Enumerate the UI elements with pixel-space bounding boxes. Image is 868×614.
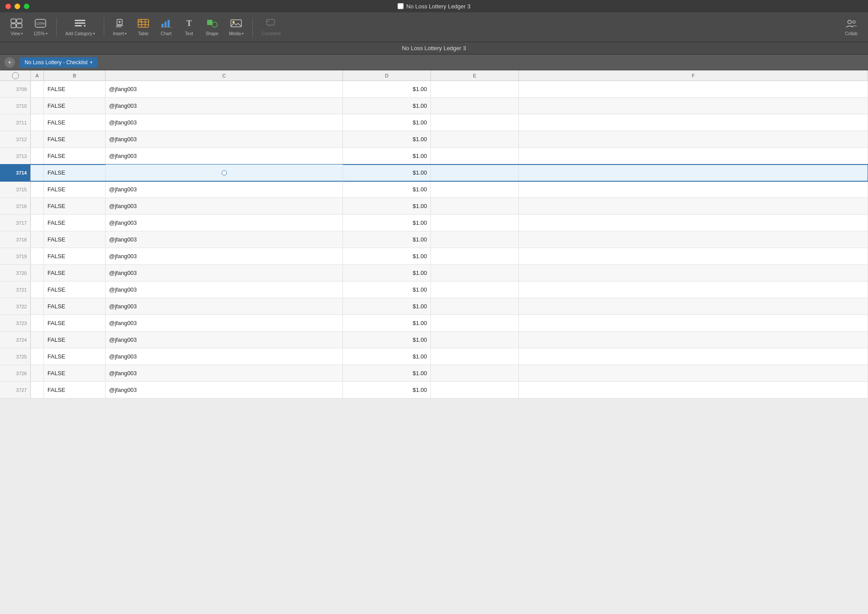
cell-d[interactable]: $1.00 bbox=[343, 114, 431, 131]
sheet-tab-checklist[interactable]: No Loss Lottery - Checklist ▾ bbox=[19, 57, 98, 68]
cell-b[interactable]: FALSE bbox=[44, 81, 106, 97]
cell-d[interactable]: $1.00 bbox=[343, 215, 431, 231]
cell-b[interactable]: FALSE bbox=[44, 98, 106, 114]
cell-d[interactable]: $1.00 bbox=[343, 81, 431, 97]
minimize-button[interactable] bbox=[15, 4, 20, 9]
cell-d[interactable]: $1.00 bbox=[343, 298, 431, 314]
cell-c[interactable]: @jfang003 bbox=[106, 265, 343, 281]
cell-d[interactable]: $1.00 bbox=[343, 164, 431, 181]
add-category-button[interactable]: ▾ Add Category ▾ bbox=[62, 17, 98, 38]
table-row[interactable]: 3727FALSE@jfang003$1.00 bbox=[0, 382, 868, 398]
cell-c[interactable]: @jfang003 bbox=[106, 215, 343, 231]
fullscreen-button[interactable] bbox=[24, 4, 29, 9]
cell-c[interactable]: @jfang003 bbox=[106, 81, 343, 97]
media-button[interactable]: Media ▾ bbox=[226, 17, 247, 38]
cell-c[interactable]: @jfang003 bbox=[106, 248, 343, 264]
add-sheet-button[interactable]: + bbox=[4, 57, 15, 68]
cell-d[interactable]: $1.00 bbox=[343, 198, 431, 214]
cell-b[interactable]: FALSE bbox=[44, 198, 106, 214]
cell-d[interactable]: $1.00 bbox=[343, 131, 431, 147]
cell-c[interactable]: @jfang003 bbox=[106, 298, 343, 314]
cell-b[interactable]: FALSE bbox=[44, 248, 106, 264]
cell-c[interactable]: @jfang003 bbox=[106, 131, 343, 147]
cell-f bbox=[519, 98, 868, 114]
cell-d[interactable]: $1.00 bbox=[343, 348, 431, 365]
collab-button[interactable]: Collab bbox=[842, 17, 861, 38]
cell-d[interactable]: $1.00 bbox=[343, 98, 431, 114]
cell-b[interactable]: FALSE bbox=[44, 382, 106, 398]
cell-c[interactable]: @jfang003 bbox=[106, 365, 343, 381]
cell-d[interactable]: $1.00 bbox=[343, 382, 431, 398]
cell-b[interactable]: FALSE bbox=[44, 215, 106, 231]
cell-b[interactable]: FALSE bbox=[44, 114, 106, 131]
cell-b[interactable]: FALSE bbox=[44, 348, 106, 365]
chart-button[interactable]: Chart bbox=[157, 17, 176, 38]
cell-b[interactable]: FALSE bbox=[44, 332, 106, 348]
cell-c[interactable]: @jfang003 bbox=[106, 281, 343, 298]
table-row[interactable]: 3726FALSE@jfang003$1.00 bbox=[0, 365, 868, 382]
table-row[interactable]: 3713FALSE@jfang003$1.00 bbox=[0, 148, 868, 164]
table-row[interactable]: 3710FALSE@jfang003$1.00 bbox=[0, 98, 868, 114]
cell-b[interactable]: FALSE bbox=[44, 265, 106, 281]
table-row[interactable]: 3715FALSE@jfang003$1.00 bbox=[0, 181, 868, 198]
cell-c[interactable]: @jfang003 bbox=[106, 181, 343, 197]
zoom-button[interactable]: 125% 125% ▾ bbox=[30, 17, 51, 38]
cell-a bbox=[31, 164, 44, 181]
cell-c[interactable]: @jfang003 bbox=[106, 348, 343, 365]
table-row[interactable]: 3718FALSE@jfang003$1.00 bbox=[0, 231, 868, 248]
row-number: 3719 bbox=[0, 248, 31, 264]
cell-d[interactable]: $1.00 bbox=[343, 231, 431, 248]
cell-c[interactable]: @jfang003 bbox=[106, 382, 343, 398]
select-all-button[interactable] bbox=[12, 72, 19, 79]
cell-c[interactable]: @jfang003 bbox=[106, 332, 343, 348]
collab-icon bbox=[845, 18, 857, 30]
cell-b[interactable]: FALSE bbox=[44, 365, 106, 381]
cell-c[interactable]: @jfang003 bbox=[106, 315, 343, 331]
cell-c[interactable] bbox=[106, 164, 343, 181]
table-row[interactable]: 3724FALSE@jfang003$1.00 bbox=[0, 332, 868, 348]
table-row[interactable]: 3709FALSE@jfang003$1.00 bbox=[0, 81, 868, 98]
table-row[interactable]: 3725FALSE@jfang003$1.00 bbox=[0, 348, 868, 365]
cell-b[interactable]: FALSE bbox=[44, 131, 106, 147]
cell-d[interactable]: $1.00 bbox=[343, 365, 431, 381]
cell-d[interactable]: $1.00 bbox=[343, 265, 431, 281]
cell-b[interactable]: FALSE bbox=[44, 281, 106, 298]
cell-b[interactable]: FALSE bbox=[44, 298, 106, 314]
cell-d[interactable]: $1.00 bbox=[343, 315, 431, 331]
table-row[interactable]: 3717FALSE@jfang003$1.00 bbox=[0, 215, 868, 231]
table-row[interactable]: 3716FALSE@jfang003$1.00 bbox=[0, 198, 868, 215]
cell-b[interactable]: FALSE bbox=[44, 231, 106, 248]
table-row[interactable]: 3712FALSE@jfang003$1.00 bbox=[0, 131, 868, 148]
table-row[interactable]: 3723FALSE@jfang003$1.00 bbox=[0, 315, 868, 332]
table-button[interactable]: Table bbox=[134, 17, 153, 38]
cell-b[interactable]: FALSE bbox=[44, 164, 106, 181]
cell-d[interactable]: $1.00 bbox=[343, 281, 431, 298]
cell-b[interactable]: FALSE bbox=[44, 315, 106, 331]
col-header-e: E bbox=[431, 70, 519, 81]
cell-a bbox=[31, 265, 44, 281]
shape-button[interactable]: Shape bbox=[202, 17, 222, 38]
cell-c[interactable]: @jfang003 bbox=[106, 231, 343, 248]
table-row[interactable]: 3714FALSE$1.00 bbox=[0, 164, 868, 181]
cell-c[interactable]: @jfang003 bbox=[106, 114, 343, 131]
cell-b[interactable]: FALSE bbox=[44, 148, 106, 164]
cell-d[interactable]: $1.00 bbox=[343, 181, 431, 197]
cell-f bbox=[519, 332, 868, 348]
view-button[interactable]: View ▾ bbox=[7, 17, 26, 38]
cell-b[interactable]: FALSE bbox=[44, 181, 106, 197]
table-row[interactable]: 3719FALSE@jfang003$1.00 bbox=[0, 248, 868, 265]
table-row[interactable]: 3720FALSE@jfang003$1.00 bbox=[0, 265, 868, 281]
text-button[interactable]: T Text bbox=[179, 17, 199, 38]
comment-button[interactable]: Comment bbox=[258, 17, 284, 38]
cell-d[interactable]: $1.00 bbox=[343, 248, 431, 264]
table-row[interactable]: 3721FALSE@jfang003$1.00 bbox=[0, 281, 868, 298]
cell-c[interactable]: @jfang003 bbox=[106, 98, 343, 114]
insert-button[interactable]: Insert ▾ bbox=[109, 17, 130, 38]
cell-c[interactable]: @jfang003 bbox=[106, 198, 343, 214]
table-row[interactable]: 3711FALSE@jfang003$1.00 bbox=[0, 114, 868, 131]
cell-d[interactable]: $1.00 bbox=[343, 148, 431, 164]
close-button[interactable] bbox=[5, 4, 11, 9]
table-row[interactable]: 3722FALSE@jfang003$1.00 bbox=[0, 298, 868, 315]
cell-c[interactable]: @jfang003 bbox=[106, 148, 343, 164]
cell-d[interactable]: $1.00 bbox=[343, 332, 431, 348]
